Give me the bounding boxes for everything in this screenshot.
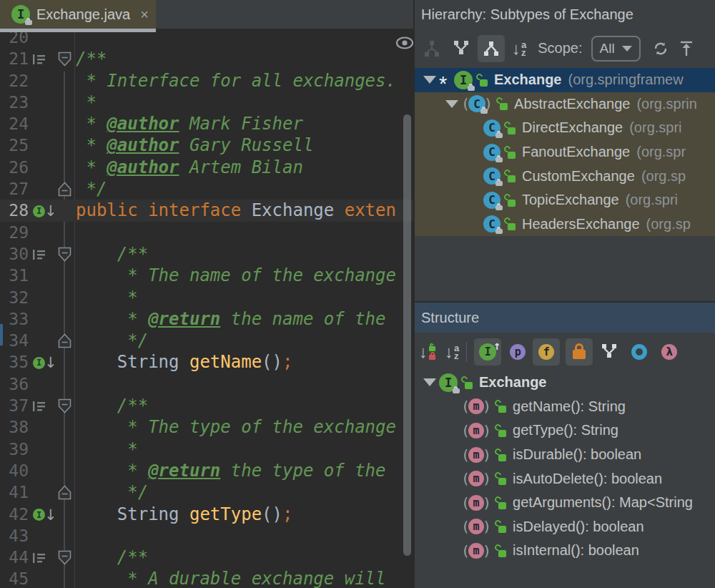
code-line-35[interactable]: 35I↓ String getName();: [0, 351, 413, 373]
code-text: *: [76, 287, 138, 308]
line-number: 23: [0, 92, 29, 113]
show-inherited-icon[interactable]: I↑: [474, 338, 501, 366]
rendered-doc-icon[interactable]: [33, 552, 45, 564]
refresh-icon[interactable]: [652, 36, 669, 62]
right-tool-windows: Hierarchy: Subtypes of Exchange ↓az Scop…: [415, 0, 715, 588]
public-visibility-icon: [495, 544, 506, 557]
error-stripe-mark: [0, 324, 3, 346]
public-visibility-icon: [504, 146, 516, 159]
tree-item-label: getType(): String: [513, 422, 618, 438]
lock-icon: [495, 155, 503, 162]
show-properties-icon[interactable]: p: [507, 339, 528, 365]
fold-end-icon[interactable]: [58, 182, 72, 197]
sort-alphabetically-icon[interactable]: ↓az: [445, 339, 459, 365]
hierarchy-row-abstractexchange[interactable]: (C)AbstractExchange(org.sprin: [415, 92, 715, 117]
code-line-24[interactable]: 24 * @author Mark Fisher: [0, 113, 413, 134]
line-number: 45: [0, 568, 29, 588]
sort-alphabetically-icon[interactable]: ↓az: [512, 36, 526, 62]
show-fields-icon[interactable]: f: [533, 338, 560, 366]
structure-row-isinternal-boolean[interactable]: (m)isInternal(): boolean: [415, 539, 715, 563]
code-line-40[interactable]: 40 * @return the type of the: [0, 460, 413, 481]
code-line-23[interactable]: 23 *: [0, 92, 413, 113]
code-line-41[interactable]: 41 */: [0, 481, 413, 503]
implemented-icon[interactable]: I↓: [33, 202, 57, 220]
fold-end-icon[interactable]: [58, 485, 72, 500]
code-text: * @return the type of the: [76, 460, 386, 481]
hierarchy-row-topicexchange[interactable]: CTopicExchange(org.spri: [415, 188, 715, 212]
code-line-28[interactable]: 28I↓public interface Exchange exten: [0, 200, 413, 221]
hierarchy-row-fanoutexchange[interactable]: CFanoutExchange(org.spr: [415, 140, 715, 165]
code-line-38[interactable]: 38 * The type of the exchange: [0, 416, 413, 438]
rendered-doc-icon[interactable]: [33, 54, 45, 65]
line-number: 42: [0, 504, 29, 525]
close-icon[interactable]: ×: [140, 6, 149, 23]
class-hierarchy-icon[interactable]: [420, 36, 443, 62]
code-line-36[interactable]: 36: [0, 373, 413, 395]
subtypes-icon[interactable]: [478, 35, 505, 62]
code-line-34[interactable]: 34 */: [0, 330, 413, 351]
package-label: (org.sp: [646, 216, 691, 232]
structure-row-exchange[interactable]: IExchange: [415, 371, 715, 395]
expand-arrow-icon[interactable]: [445, 100, 458, 108]
code-line-25[interactable]: 25 * @author Gary Russell: [0, 134, 413, 156]
fold-start-icon[interactable]: [58, 550, 72, 565]
implemented-icon[interactable]: I↓: [33, 354, 57, 371]
show-interfaces-icon[interactable]: [628, 339, 650, 365]
sort-by-visibility-icon[interactable]: ↓: [419, 339, 436, 365]
code-line-20[interactable]: 20: [0, 32, 413, 48]
tab-exchange-java[interactable]: I Exchange.java ×: [0, 0, 156, 29]
code-line-45[interactable]: 45 * A durable exchange will: [0, 568, 413, 588]
supertypes-icon[interactable]: [449, 36, 473, 62]
tree-item-label: isInternal(): boolean: [513, 542, 639, 559]
hierarchy-row-directexchange[interactable]: CDirectExchange(org.spri: [415, 116, 715, 140]
code-line-39[interactable]: 39 *: [0, 438, 413, 460]
package-label: (org.spr: [636, 144, 686, 160]
code-line-33[interactable]: 33 * @return the name of the: [0, 308, 413, 330]
structure-row-getname-string[interactable]: (m)getName(): String: [415, 395, 715, 419]
line-number: 32: [0, 287, 29, 308]
code-line-31[interactable]: 31 * The name of the exchange: [0, 265, 413, 286]
fold-end-icon[interactable]: [58, 333, 72, 348]
structure-row-isautodelete-boolean[interactable]: (m)isAutoDelete(): boolean: [415, 466, 715, 491]
hierarchy-toolbar: ↓az Scope: All: [415, 29, 715, 68]
expand-arrow-icon[interactable]: [423, 378, 436, 386]
rendered-doc-icon[interactable]: [33, 249, 45, 260]
hierarchy-row-exchange[interactable]: *IExchange(org.springframew: [415, 68, 715, 92]
hierarchy-row-customexchange[interactable]: CCustomExchange(org.sp: [415, 164, 715, 188]
show-lambdas-icon[interactable]: λ: [659, 339, 680, 365]
fold-start-icon[interactable]: [58, 247, 72, 262]
class-icon: C: [483, 167, 500, 185]
structure-row-isdelayed-boolean[interactable]: (m)isDelayed(): boolean: [415, 515, 715, 539]
scope-dropdown[interactable]: All: [591, 36, 641, 62]
code-line-22[interactable]: 22 * Interface for all exchanges.: [0, 70, 413, 92]
code-line-29[interactable]: 29: [0, 222, 413, 243]
editor-scrollbar[interactable]: [403, 114, 411, 556]
code-line-43[interactable]: 43: [0, 525, 413, 547]
show-non-public-icon[interactable]: [566, 338, 593, 366]
code-editor[interactable]: 2021/**22 * Interface for all exchanges.…: [0, 32, 413, 588]
rendered-doc-icon[interactable]: [33, 401, 45, 412]
group-methods-icon[interactable]: [598, 339, 620, 365]
public-visibility-icon: [495, 496, 506, 509]
code-line-44[interactable]: 44 /**: [0, 547, 413, 568]
expand-arrow-icon[interactable]: [423, 76, 436, 84]
package-label: (org.springframew: [568, 72, 683, 88]
implemented-icon[interactable]: I↓: [33, 506, 57, 524]
export-icon[interactable]: [678, 36, 695, 62]
fold-start-icon[interactable]: [58, 52, 72, 67]
structure-row-isdurable-boolean[interactable]: (m)isDurable(): boolean: [415, 443, 715, 467]
hierarchy-row-headersexchange[interactable]: CHeadersExchange(org.sp: [415, 212, 715, 237]
code-line-42[interactable]: 42I↓ String getType();: [0, 504, 413, 525]
code-line-37[interactable]: 37 /**: [0, 395, 413, 416]
public-visibility-icon: [504, 122, 516, 134]
code-line-27[interactable]: 27 */: [0, 178, 413, 200]
class-icon: C: [483, 215, 500, 232]
code-line-26[interactable]: 26 * @author Artem Bilan: [0, 157, 413, 178]
fold-start-icon[interactable]: [58, 398, 72, 413]
code-line-21[interactable]: 21/**: [0, 48, 413, 69]
structure-row-gettype-string[interactable]: (m)getType(): String: [415, 418, 715, 443]
code-line-32[interactable]: 32 *: [0, 287, 413, 308]
structure-row-getarguments-map-string[interactable]: (m)getArguments(): Map<String: [415, 491, 715, 515]
highlighting-level-eye-icon[interactable]: [395, 35, 413, 55]
code-line-30[interactable]: 30 /**: [0, 243, 413, 265]
